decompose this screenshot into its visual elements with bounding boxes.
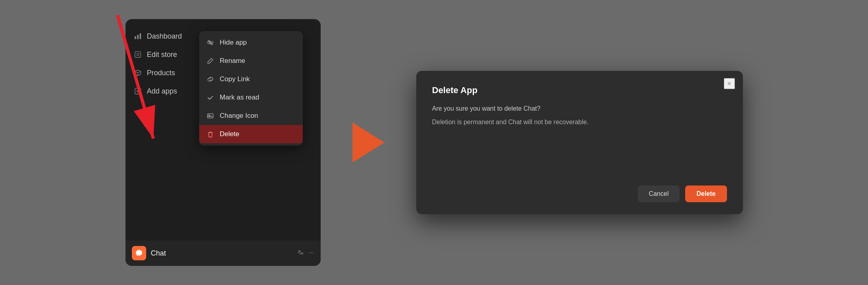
plus-square-icon <box>133 87 142 96</box>
trash-icon <box>206 130 214 138</box>
menu-item-hide-app-label: Hide app <box>220 39 247 47</box>
image-icon <box>206 112 214 120</box>
check-icon <box>206 94 214 102</box>
sidebar-item-dashboard-label: Dashboard <box>147 32 182 41</box>
center-arrow <box>353 123 384 162</box>
bar-chart-icon <box>133 32 142 41</box>
modal-confirm-text: Are you sure you want to delete Chat? <box>432 105 727 112</box>
sidebar-item-add-apps[interactable]: Add apps <box>125 82 209 100</box>
svg-rect-5 <box>135 52 140 57</box>
menu-item-delete[interactable]: Delete <box>199 125 303 143</box>
modal-close-button[interactable]: × <box>724 78 735 89</box>
sidebar: Dashboard Edit store Products Add apps <box>125 19 209 108</box>
sidebar-item-edit-store-label: Edit store <box>147 51 177 59</box>
delete-app-modal: × Delete App Are you sure you want to de… <box>416 71 743 214</box>
menu-item-mark-as-read[interactable]: Mark as read <box>199 88 303 107</box>
bottom-icons: ··· <box>298 249 314 257</box>
modal-title: Delete App <box>432 85 727 96</box>
sidebar-bottom-chat: Chat ··· <box>125 240 321 266</box>
menu-item-copy-link[interactable]: Copy Link <box>199 70 303 88</box>
chat-app-icon <box>132 246 146 260</box>
sidebar-item-products[interactable]: Products <box>125 64 209 82</box>
main-container: Dashboard Edit store Products Add apps <box>125 19 743 266</box>
left-panel: Dashboard Edit store Products Add apps <box>125 19 321 266</box>
sidebar-item-add-apps-label: Add apps <box>147 87 177 96</box>
sidebar-item-products-label: Products <box>147 69 175 77</box>
more-icon[interactable]: ··· <box>309 249 314 257</box>
sidebar-item-edit-store[interactable]: Edit store <box>125 45 209 64</box>
menu-item-copy-link-label: Copy Link <box>220 75 250 83</box>
chat-label: Chat <box>151 249 293 258</box>
menu-item-mark-as-read-label: Mark as read <box>220 94 259 102</box>
svg-rect-2 <box>134 36 136 39</box>
modal-body: Delete App Are you sure you want to dele… <box>432 85 727 176</box>
sidebar-item-dashboard[interactable]: Dashboard <box>125 27 209 45</box>
store-icon <box>133 50 142 59</box>
menu-item-hide-app[interactable]: Hide app <box>199 33 303 52</box>
eye-off-small-icon <box>298 249 304 257</box>
svg-rect-3 <box>137 35 139 39</box>
menu-item-delete-label: Delete <box>220 130 239 138</box>
menu-item-rename-label: Rename <box>220 57 245 65</box>
link-icon <box>206 75 214 83</box>
menu-item-change-icon-label: Change Icon <box>220 112 258 120</box>
modal-warning-text: Deletion is permanent and Chat will not … <box>432 119 727 126</box>
box-icon <box>133 68 142 77</box>
cancel-button[interactable]: Cancel <box>638 185 680 202</box>
menu-item-rename[interactable]: Rename <box>199 52 303 70</box>
eye-off-icon <box>206 39 214 47</box>
menu-item-change-icon[interactable]: Change Icon <box>199 107 303 125</box>
modal-footer: Cancel Delete <box>432 185 727 202</box>
context-menu: Hide app Rename Copy Link <box>199 31 303 146</box>
delete-button[interactable]: Delete <box>685 185 727 202</box>
edit-icon <box>206 57 214 65</box>
next-arrow <box>353 123 384 162</box>
svg-rect-4 <box>139 33 141 39</box>
